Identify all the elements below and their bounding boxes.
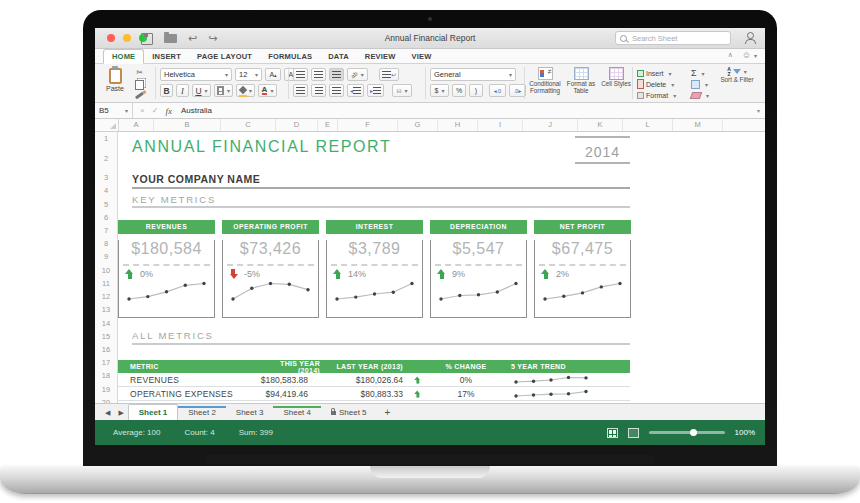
prev-sheet-icon[interactable]: ◀ — [101, 405, 114, 420]
align-right-button[interactable] — [329, 84, 344, 97]
search-field[interactable] — [615, 31, 731, 45]
autosum-button[interactable]: Σ▾ — [691, 68, 709, 78]
align-middle-button[interactable] — [311, 68, 326, 81]
next-sheet-icon[interactable]: ▶ — [114, 405, 127, 420]
merge-center-button[interactable]: ⊟▾ — [392, 84, 412, 97]
tab-insert[interactable]: INSERT — [144, 50, 189, 63]
share-person-icon[interactable] — [744, 32, 755, 43]
row-header-1[interactable]: 1 — [95, 132, 117, 145]
number-format-select[interactable]: General▾ — [430, 68, 516, 81]
row-header-11[interactable]: 11 — [95, 277, 117, 290]
text-orientation-button[interactable]: ab▾ — [347, 68, 368, 81]
row-header-8[interactable]: 8 — [95, 237, 117, 250]
row-header-9[interactable]: 9 — [95, 250, 117, 263]
column-header-A[interactable]: A — [119, 119, 154, 131]
normal-view-icon[interactable] — [607, 428, 618, 438]
tab-page-layout[interactable]: PAGE LAYOUT — [189, 50, 260, 63]
bold-button[interactable]: B — [160, 84, 173, 97]
row-header-17[interactable]: 17 — [95, 356, 117, 369]
cell-styles-button[interactable]: Cell Styles — [599, 67, 633, 88]
zoom-slider-knob[interactable] — [690, 429, 697, 436]
sort-filter-button[interactable]: AZ ▾ Sort & Filter — [717, 67, 757, 84]
conditional-formatting-button[interactable]: Conditional Formatting — [528, 67, 562, 94]
decrease-indent-button[interactable]: ◂ — [347, 84, 364, 97]
page-layout-view-icon[interactable] — [628, 428, 639, 438]
zoom-slider[interactable] — [649, 431, 725, 434]
column-header-E[interactable]: E — [318, 119, 338, 131]
font-name-select[interactable]: Helvetica▾ — [160, 68, 232, 81]
row-header-2[interactable]: 2 — [95, 145, 117, 171]
select-all-corner[interactable] — [95, 119, 119, 131]
row-header-6[interactable]: 6 — [95, 211, 117, 224]
search-input[interactable] — [630, 33, 726, 44]
insert-function-icon[interactable]: fx — [165, 106, 172, 116]
font-color-button[interactable]: A▾ — [258, 84, 277, 97]
add-sheet-button[interactable]: + — [377, 406, 399, 420]
sheet-tab-3[interactable]: Sheet 3 — [226, 406, 274, 420]
row-header-10[interactable]: 10 — [95, 264, 117, 277]
tab-formulas[interactable]: FORMULAS — [260, 50, 320, 63]
tab-data[interactable]: DATA — [320, 50, 357, 63]
underline-button[interactable]: U▾ — [192, 84, 211, 97]
tab-home[interactable]: HOME — [103, 49, 144, 64]
name-box[interactable]: B5▾ — [95, 103, 133, 118]
row-header-5[interactable]: 5 — [95, 197, 117, 210]
italic-button[interactable]: I — [176, 84, 189, 97]
row-header-15[interactable]: 15 — [95, 330, 117, 343]
row-header-3[interactable]: 3 — [95, 171, 117, 184]
borders-button[interactable]: ▾ — [214, 84, 233, 97]
sheet-tab-4[interactable]: Sheet 4 — [273, 406, 321, 420]
sheet-tab-2[interactable]: Sheet 2 — [178, 406, 226, 420]
paste-button[interactable]: Paste — [102, 68, 128, 92]
tab-review[interactable]: REVIEW — [357, 50, 404, 63]
worksheet[interactable]: ANNUAL FINANCIAL REPORT 2014 YOUR COMPAN… — [118, 132, 765, 403]
collapse-ribbon-icon[interactable]: ∧ — [728, 51, 733, 59]
align-center-button[interactable] — [311, 84, 326, 97]
copy-icon[interactable] — [135, 80, 144, 90]
clear-button[interactable]: ▾ — [691, 90, 709, 100]
row-header-12[interactable]: 12 — [95, 290, 117, 303]
row-header-4[interactable]: 4 — [95, 184, 117, 197]
row-header-16[interactable]: 16 — [95, 343, 117, 356]
row-header-20[interactable]: 20 — [95, 396, 117, 403]
font-size-select[interactable]: 12▾ — [235, 68, 262, 81]
column-header-B[interactable]: B — [154, 119, 221, 131]
increase-decimal-button[interactable]: ◂.0 — [489, 84, 506, 97]
column-header-F[interactable]: F — [338, 119, 398, 131]
cancel-entry-icon[interactable]: × — [140, 106, 145, 115]
insert-cells-button[interactable]: Insert▾ — [637, 68, 676, 78]
row-header-13[interactable]: 13 — [95, 303, 117, 316]
align-top-button[interactable] — [293, 68, 308, 81]
cut-icon[interactable]: ✂ — [136, 67, 143, 77]
formula-input[interactable]: Australia — [181, 106, 212, 115]
comma-format-button[interactable]: ) — [469, 84, 483, 97]
column-header-D[interactable]: D — [276, 119, 318, 131]
smiley-feedback-icon[interactable]: ☺▾ — [742, 50, 757, 60]
currency-format-button[interactable]: $▾ — [430, 84, 449, 97]
column-header-L[interactable]: L — [623, 119, 673, 131]
column-header-J[interactable]: J — [523, 119, 578, 131]
format-cells-button[interactable]: Format▾ — [637, 90, 676, 100]
increase-indent-button[interactable]: ▸ — [367, 84, 384, 97]
wrap-text-button[interactable]: ↩ — [379, 68, 399, 81]
row-header-18[interactable]: 18 — [95, 369, 117, 382]
column-header-H[interactable]: H — [438, 119, 478, 131]
row-header-14[interactable]: 14 — [95, 316, 117, 329]
column-header-M[interactable]: M — [673, 119, 723, 131]
sheet-tab-1[interactable]: Sheet 1 — [128, 404, 178, 420]
delete-cells-button[interactable]: Delete▾ — [637, 79, 676, 89]
percent-format-button[interactable]: % — [452, 84, 466, 97]
column-header-G[interactable]: G — [398, 119, 438, 131]
tab-view[interactable]: VIEW — [404, 50, 440, 63]
sheet-tab-5[interactable]: Sheet 5 — [321, 406, 377, 420]
column-header-I[interactable]: I — [478, 119, 523, 131]
align-bottom-button[interactable] — [329, 68, 344, 81]
column-header-K[interactable]: K — [578, 119, 623, 131]
column-header-C[interactable]: C — [221, 119, 276, 131]
increase-font-size-button[interactable]: A▴ — [265, 68, 281, 81]
format-painter-icon[interactable] — [135, 92, 144, 100]
fill-color-button[interactable]: ▾ — [236, 84, 255, 97]
row-header-19[interactable]: 19 — [95, 383, 117, 396]
formula-bar-expand-icon[interactable]: ▾ — [757, 107, 760, 114]
fill-button[interactable]: ▾ — [691, 79, 709, 89]
